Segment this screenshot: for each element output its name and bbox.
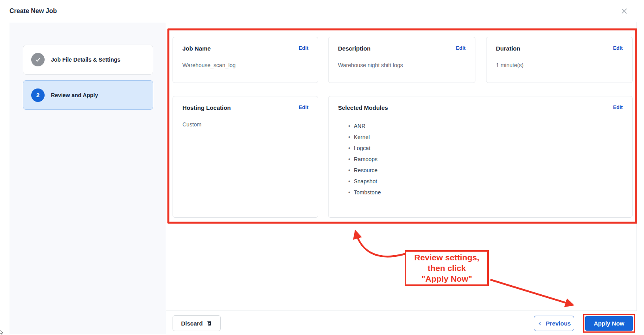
page-title: Create New Job (9, 8, 57, 15)
dialog-header: Create New Job (0, 0, 644, 22)
selected-modules-card: Selected Modules Edit ANR Kernel Logcat … (328, 96, 633, 218)
edit-description-button[interactable]: Edit (456, 45, 466, 51)
previous-button[interactable]: Previous (534, 316, 574, 331)
card-title: Description (338, 45, 371, 52)
trash-icon (206, 320, 212, 326)
step-completed-indicator (31, 53, 45, 66)
hosting-location-card: Hosting Location Edit Custom (173, 96, 318, 218)
duration-value: 1 minute(s) (496, 62, 623, 68)
apply-now-button[interactable]: Apply Now (585, 316, 633, 331)
annotation-text: then click (428, 263, 466, 273)
edit-hosting-location-button[interactable]: Edit (299, 104, 308, 110)
chevron-left-icon (537, 321, 543, 326)
step-label: Job File Details & Settings (51, 56, 120, 63)
create-job-dialog: Create New Job Job File Details & Settin… (0, 0, 644, 335)
previous-button-label: Previous (546, 320, 571, 327)
step-label: Review and Apply (51, 92, 98, 98)
annotation-apply-highlight: Apply Now (583, 314, 635, 333)
card-title: Selected Modules (338, 104, 388, 111)
duration-card: Duration Edit 1 minute(s) (486, 37, 633, 83)
discard-button-label: Discard (181, 320, 203, 327)
close-icon (620, 7, 628, 15)
card-title: Hosting Location (182, 104, 231, 111)
list-item: Snapshot (354, 176, 623, 187)
edit-job-name-button[interactable]: Edit (299, 45, 308, 51)
annotation-text: "Apply Now" (421, 273, 472, 284)
hosting-location-value: Custom (182, 121, 308, 128)
step-number-badge: 2 (31, 88, 45, 102)
job-name-card: Job Name Edit Warehouse_scan_log (173, 37, 318, 83)
close-button[interactable] (619, 6, 630, 17)
job-name-value: Warehouse_scan_log (182, 62, 308, 68)
check-icon (35, 56, 41, 63)
list-item: Kernel (354, 132, 623, 143)
description-card: Description Edit Warehouse night shift l… (328, 37, 475, 83)
cursor-pointer-icon (0, 329, 5, 335)
list-item: Ramoops (354, 154, 623, 165)
list-item: Logcat (354, 143, 623, 154)
discard-button[interactable]: Discard (173, 315, 221, 331)
list-item: ANR (354, 120, 623, 132)
module-list: ANR Kernel Logcat Ramoops Resource Snaps… (338, 120, 623, 198)
annotation-callout: Review settings, then click "Apply Now" (405, 250, 489, 286)
description-value: Warehouse night shift logs (338, 62, 466, 68)
list-item: Resource (354, 165, 623, 176)
edit-selected-modules-button[interactable]: Edit (613, 104, 623, 110)
card-title: Duration (496, 45, 520, 52)
card-title: Job Name (182, 45, 211, 52)
review-panel: Job Name Edit Warehouse_scan_log Descrip… (166, 22, 637, 311)
steps-sidebar: Job File Details & Settings 2 Review and… (9, 23, 166, 334)
edit-duration-button[interactable]: Edit (613, 45, 623, 51)
annotation-text: Review settings, (414, 252, 479, 263)
step-review-and-apply[interactable]: 2 Review and Apply (23, 80, 153, 110)
list-item: Tombstone (354, 187, 623, 198)
step-job-file-details[interactable]: Job File Details & Settings (23, 45, 153, 75)
